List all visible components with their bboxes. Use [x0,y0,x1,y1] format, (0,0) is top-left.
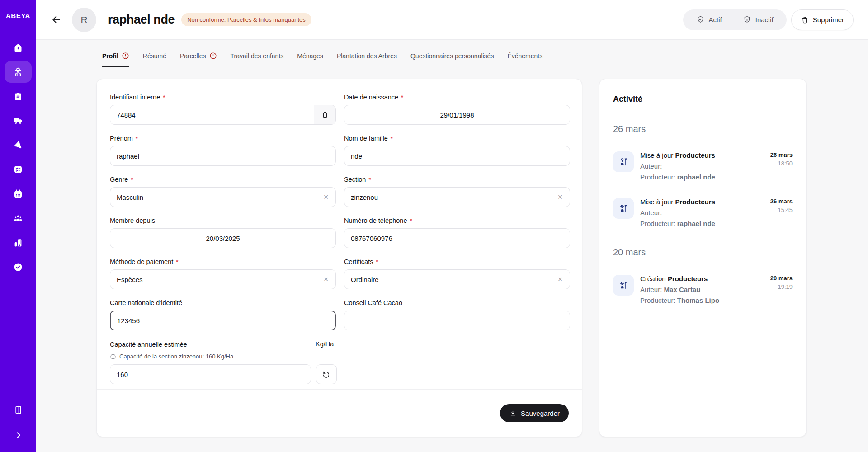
status-inactive-button[interactable]: Inactif [732,9,784,30]
tab-parcelles-label: Parcelles [180,52,206,60]
delete-button[interactable]: Supprimer [791,9,854,30]
info-icon [110,353,116,360]
reset-capacity-button[interactable] [316,364,337,384]
sidebar-item-calendar[interactable] [5,183,32,205]
numero-de-telephone-input[interactable] [344,229,570,248]
field-label: Certificats [344,258,373,265]
clear-icon[interactable]: ✕ [316,188,335,207]
sidebar-nav [5,37,32,278]
status-active-button[interactable]: Actif [686,9,732,30]
tab-profil-label: Profil [102,52,118,60]
shield-x-icon [743,15,751,24]
producer-name: raphael nde [677,220,715,227]
main-content: Profil Résumé Parcelles Travail des enfa… [36,40,868,452]
membre-depuis-input[interactable] [110,229,335,248]
sidebar-item-producers[interactable] [5,61,32,83]
author-label: Auteur: [640,286,662,293]
field-prenom: Prénom* [110,135,336,166]
sidebar-item-team[interactable] [5,207,32,229]
capacity-unit-label: Kg/Ha [316,340,334,348]
nom-de-famille-input[interactable] [344,146,570,165]
sidebar-bottom [5,399,32,446]
activity-item-time: 19:19 [770,283,793,290]
calendar-icon [13,188,24,199]
back-button[interactable] [51,14,61,25]
form-footer: Sauvegarder [97,389,582,437]
prenom-input[interactable] [110,146,335,165]
sidebar-item-organizations[interactable] [5,232,32,254]
sidebar-item-tasks[interactable] [5,159,32,180]
clear-icon[interactable]: ✕ [316,270,335,289]
capacite-annuelle-input[interactable] [110,365,311,384]
genre-select[interactable] [110,188,316,207]
tab-resume[interactable]: Résumé [143,52,166,67]
producer-label: Producteur: [640,297,675,304]
field-label: Prénom [110,135,133,142]
sidebar-item-home[interactable] [5,37,32,58]
field-membre-depuis: Membre depuis [110,217,336,248]
brand-logo: ABEYA [6,12,30,20]
date-de-naissance-input[interactable] [344,105,570,124]
profile-form-card: Identifiant interne* Date de naissance* [96,79,582,437]
field-section: Section* ✕ [344,176,570,207]
clear-icon[interactable]: ✕ [551,188,570,207]
door-exit-icon [13,405,24,415]
field-carte-nationale: Carte nationale d'identité [110,299,336,330]
identifiant-interne-input[interactable] [110,105,314,124]
tab-menages[interactable]: Ménages [297,52,323,67]
sidebar-item-surveys[interactable] [5,85,32,107]
field-certificats: Certificats* ✕ [344,258,570,289]
sidebar-item-approvals[interactable] [5,256,32,278]
tab-plantation-des-arbres[interactable]: Plantation des Arbres [337,52,397,67]
clipboard-icon [13,91,24,102]
copy-button[interactable] [314,105,335,124]
producer-label: Producteur: [640,220,675,227]
tab-label: Questionnaires personnalisés [410,52,494,60]
status-inactive-label: Inactif [755,16,774,24]
field-label: Nom de famille [344,135,388,142]
sidebar-item-logout[interactable] [5,399,32,421]
status-segmented-control: Actif Inactif [683,9,787,30]
section-select[interactable] [344,188,551,207]
shield-check-icon [696,15,705,24]
copy-icon [321,111,329,119]
tab-parcelles[interactable]: Parcelles [180,52,217,67]
sidebar-collapse-toggle[interactable] [5,424,32,446]
sidebar-item-network[interactable] [5,134,32,156]
arrow-left-icon [51,14,61,25]
activity-entity: Producteurs [668,275,708,282]
required-marker: * [368,176,371,183]
tab-questionnaires[interactable]: Questionnaires personnalisés [410,52,494,67]
tab-profil[interactable]: Profil [102,52,129,67]
clear-icon[interactable]: ✕ [551,270,570,289]
buildings-icon [13,237,24,248]
required-marker: * [401,94,403,101]
form-fields-scroll-area[interactable]: Identifiant interne* Date de naissance* [97,79,582,389]
activity-item-time: 18:50 [770,160,793,167]
tab-travail-des-enfants[interactable]: Travail des enfants [231,52,284,67]
activity-item: Mise à jour Producteurs Auteur: Producte… [613,198,793,227]
methode-de-paiement-select[interactable] [110,270,316,289]
activity-item-date: 26 mars [770,198,793,205]
activity-action: Mise à jour [640,151,673,159]
conseil-cafe-cacao-input[interactable] [344,311,570,330]
warning-circle-icon [209,52,217,60]
field-methode-de-paiement: Méthode de paiement* ✕ [110,258,336,289]
users-icon [13,213,24,224]
carte-nationale-input[interactable] [111,311,335,330]
activity-item-date: 26 mars [770,151,793,158]
chevron-right-icon [13,430,23,440]
field-label: Section [344,176,366,183]
activity-action: Création [640,275,666,282]
sidebar-item-deliveries[interactable] [5,110,32,132]
tab-resume-label: Résumé [143,52,166,60]
required-marker: * [131,176,133,183]
save-label: Sauvegarder [521,410,560,417]
tab-evenements[interactable]: Événements [507,52,542,67]
save-button[interactable]: Sauvegarder [500,404,569,422]
certificats-select[interactable] [344,270,551,289]
field-label: Méthode de paiement [110,258,173,265]
tab-label: Travail des enfants [231,52,284,60]
required-marker: * [410,217,412,224]
tab-label: Ménages [297,52,323,60]
